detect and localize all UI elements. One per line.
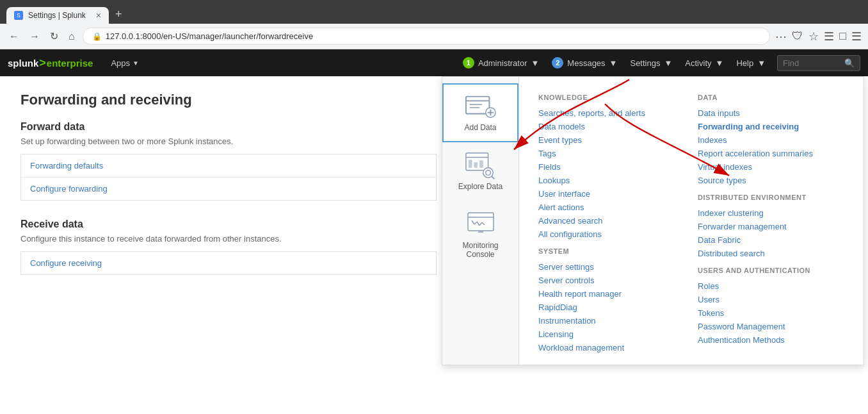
knowledge-section-title: KNOWLEDGE [538,94,685,101]
data-fabric-link[interactable]: Data Fabric [698,233,844,247]
settings-links-panel: KNOWLEDGE Searches, reports, and alerts … [519,77,864,365]
forward-section-description: Set up forwarding between two or more Sp… [20,137,437,146]
forwarding-defaults-link[interactable]: Forwarding defaults [21,154,436,178]
svg-rect-15 [468,213,494,231]
top-nav: splunk>enterprise Apps ▼ 1 Administrator… [0,49,868,76]
add-data-label: Add Data [464,123,496,132]
logo-enterprise: enterprise [47,58,93,69]
rapiddiag-link[interactable]: RapidDiag [538,301,685,314]
forward-button[interactable]: → [27,28,42,45]
help-nav-item[interactable]: Help ▼ [730,49,772,76]
tab-bar: S Settings | Splunk × + [6,5,862,24]
receive-section-description: Configure this instance to receive data … [20,234,437,244]
nav-right: 1 Administrator ▼ 2 Messages ▼ Settings … [456,49,860,76]
instrumentation-link[interactable]: Instrumentation [538,314,685,327]
monitoring-console-icon [465,211,497,237]
bookmarks-icon[interactable]: ☰ [824,29,834,44]
receive-section-title: Receive data [20,219,437,230]
search-box: 🔍 [777,55,860,71]
data-models-link[interactable]: Data models [538,120,685,133]
back-button[interactable]: ← [6,28,22,45]
server-controls-link[interactable]: Server controls [538,274,685,287]
menu-icon[interactable]: ☰ [851,29,862,44]
server-settings-link[interactable]: Server settings [538,260,685,274]
receive-links-card: Configure receiving [20,251,437,275]
explore-data-icon-item[interactable]: Explore Data [442,142,518,201]
workload-management-link[interactable]: Workload management [538,341,685,354]
all-configurations-link[interactable]: All configurations [538,228,685,241]
logo-splunk: splunk [8,58,38,69]
indexes-link[interactable]: Indexes [698,133,844,147]
lookups-link[interactable]: Lookups [538,174,685,187]
settings-nav-item[interactable]: Settings ▼ [623,49,679,76]
searches-reports-alerts-link[interactable]: Searches, reports, and alerts [538,106,685,120]
tab-title: Settings | Splunk [28,11,86,20]
url-text: 127.0.0.1:8000/en-US/manager/launcher/fo… [106,31,313,41]
settings-col-right: DATA Data inputs Forwarding and receivin… [691,87,851,354]
reload-button[interactable]: ↻ [47,28,61,45]
users-link[interactable]: Users [698,293,844,306]
apps-caret: ▼ [133,60,139,67]
explore-data-label: Explore Data [458,182,502,191]
forward-section-title: Forward data [20,121,437,133]
forwarding-receiving-link[interactable]: Forwarding and receiving [698,120,844,133]
password-management-link[interactable]: Password Management [698,320,844,333]
svg-rect-10 [474,162,478,168]
data-inputs-link[interactable]: Data inputs [698,106,844,120]
alert-actions-link[interactable]: Alert actions [538,201,685,214]
roles-link[interactable]: Roles [698,279,844,293]
more-button[interactable]: ⋯ [775,29,787,44]
browser-toolbar: ← → ↻ ⌂ 🔒 127.0.0.1:8000/en-US/manager/l… [0,24,868,49]
monitoring-console-label: MonitoringConsole [462,241,498,259]
admin-nav-item[interactable]: 1 Administrator ▼ [456,49,545,76]
distributed-search-link[interactable]: Distributed search [698,247,844,260]
search-input[interactable] [783,58,840,68]
address-bar[interactable]: 🔒 127.0.0.1:8000/en-US/manager/launcher/… [83,28,770,45]
split-view-icon[interactable]: □ [839,29,846,43]
messages-badge: 2 [552,57,563,69]
close-tab-button[interactable]: × [96,11,101,20]
splunk-logo: splunk>enterprise [8,56,93,70]
tokens-link[interactable]: Tokens [698,306,844,320]
event-types-link[interactable]: Event types [538,133,685,147]
lock-icon: 🔒 [92,32,102,41]
logo-arrow: > [39,56,46,69]
new-tab-button[interactable]: + [110,5,127,24]
settings-icons-panel: Add Data Explore Data [442,77,519,365]
distributed-section-title: DISTRIBUTED ENVIRONMENT [698,194,844,201]
toolbar-actions: ⋯ 🛡 ☆ ☰ □ ☰ [775,29,862,44]
home-button[interactable]: ⌂ [66,28,77,45]
messages-nav-item[interactable]: 2 Messages ▼ [545,49,623,76]
user-interface-link[interactable]: User interface [538,187,685,201]
virtual-indexes-link[interactable]: Virtual indexes [698,160,844,174]
authentication-methods-link[interactable]: Authentication Methods [698,333,844,347]
help-caret: ▼ [757,58,766,68]
source-types-link[interactable]: Source types [698,174,844,187]
forwarder-management-link[interactable]: Forwarder management [698,220,844,233]
settings-dropdown: Add Data Explore Data [442,76,864,365]
messages-caret: ▼ [609,58,618,68]
star-icon[interactable]: ☆ [808,29,819,44]
licensing-link[interactable]: Licensing [538,327,685,341]
activity-nav-item[interactable]: Activity ▼ [679,49,730,76]
configure-receiving-link[interactable]: Configure receiving [21,252,436,274]
fields-link[interactable]: Fields [538,160,685,174]
add-data-icon [465,94,497,119]
health-report-manager-link[interactable]: Health report manager [538,287,685,301]
explore-data-icon [465,153,497,178]
forward-data-section: Forward data Set up forwarding between t… [20,121,437,201]
splunk-app: splunk>enterprise Apps ▼ 1 Administrator… [0,49,868,414]
admin-badge: 1 [463,57,474,69]
system-section-title: SYSTEM [538,247,685,255]
tags-link[interactable]: Tags [538,147,685,160]
browser-chrome: S Settings | Splunk × + [0,0,868,24]
advanced-search-link[interactable]: Advanced search [538,214,685,228]
indexer-clustering-link[interactable]: Indexer clustering [698,206,844,220]
add-data-icon-item[interactable]: Add Data [442,83,518,142]
data-section-title: DATA [698,94,844,101]
search-icon: 🔍 [844,58,855,68]
apps-nav-item[interactable]: Apps ▼ [103,49,147,76]
configure-forwarding-link[interactable]: Configure forwarding [21,178,436,200]
monitoring-console-icon-item[interactable]: MonitoringConsole [442,201,518,269]
report-acceleration-link[interactable]: Report acceleration summaries [698,147,844,160]
